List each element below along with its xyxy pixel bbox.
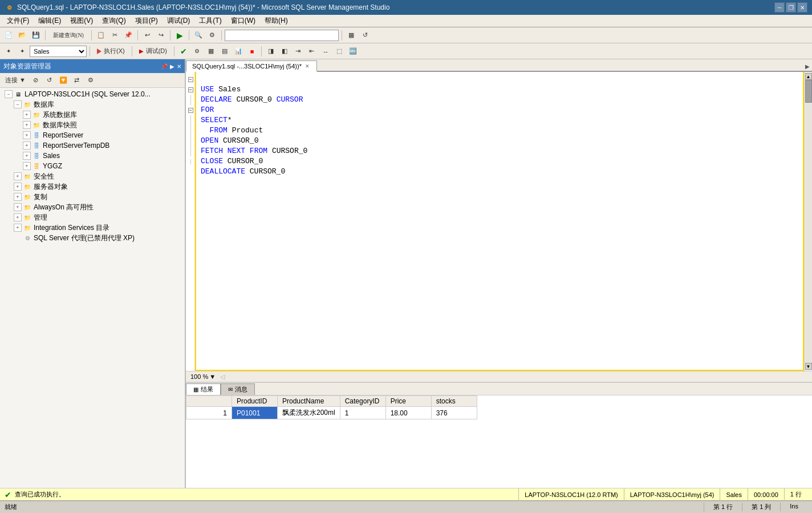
tree-expand-db-snapshots[interactable]: + <box>23 121 31 129</box>
tb2-indent2[interactable]: ⇤ <box>306 45 318 58</box>
cell-categoryid-1[interactable]: 1 <box>340 407 385 419</box>
code-content[interactable]: USE Sales DECLARE CURSOR_0 CURSOR FOR SE… <box>195 72 804 371</box>
oe-sync-icon[interactable]: ⇄ <box>71 74 83 87</box>
menu-file[interactable]: 文件(F) <box>2 15 34 27</box>
tb2-grid1[interactable]: ▦ <box>205 45 217 58</box>
cell-productid-1[interactable]: P01001 <box>232 407 278 419</box>
cell-price-1[interactable]: 18.00 <box>385 407 431 419</box>
oe-disconnect-icon[interactable]: ⊘ <box>30 74 42 87</box>
scroll-up-arrow[interactable]: ▲ <box>805 73 812 80</box>
tree-item-integration[interactable]: + 📁 Integration Services 目录 <box>0 223 185 233</box>
tree-expand-yggz[interactable]: + <box>23 162 31 170</box>
tree-item-sales[interactable]: + 🗄 Sales <box>0 151 185 161</box>
tree-item-alwayson[interactable]: + 📁 AlwaysOn 高可用性 <box>0 202 185 212</box>
settings-icon[interactable]: ⚙ <box>206 29 218 42</box>
tree-item-yggz[interactable]: + 🗄 YGGZ <box>0 161 185 171</box>
tree-item-databases[interactable]: − 📁 数据库 <box>0 99 185 110</box>
menu-project[interactable]: 项目(P) <box>131 15 163 27</box>
oe-pin-icon[interactable]: 📌 <box>161 63 168 70</box>
tree-expand-server[interactable]: − <box>5 90 13 98</box>
execute-button[interactable]: 执行(X) <box>93 45 129 58</box>
oe-expand-icon[interactable]: ▶ <box>170 63 174 70</box>
scroll-down-arrow[interactable]: ▼ <box>805 363 812 370</box>
tree-expand-replication[interactable]: + <box>14 193 22 201</box>
tab-close-button[interactable]: ✕ <box>304 63 311 69</box>
tree-expand-management[interactable]: + <box>14 213 22 221</box>
tree-expand-reportserver[interactable]: + <box>23 131 31 139</box>
tb2-btn2[interactable]: ✦ <box>16 45 29 58</box>
tree-item-db-snapshots[interactable]: + 📁 数据库快照 <box>0 120 185 130</box>
tb2-parse[interactable]: ⚙ <box>191 45 204 58</box>
results-tab-grid[interactable]: ▦ 结果 <box>186 383 221 395</box>
menu-help[interactable]: 帮助(H) <box>260 15 293 27</box>
marker-4[interactable]: − <box>186 105 195 115</box>
tree-expand-sales[interactable]: + <box>23 152 31 160</box>
results-tab-messages[interactable]: ✉ 消息 <box>221 383 255 395</box>
tree-expand-system-dbs[interactable]: + <box>23 111 31 119</box>
tree-expand-databases[interactable]: − <box>14 100 22 108</box>
zoom-in-icon[interactable]: ▶ <box>173 29 186 42</box>
marker-2[interactable]: − <box>186 84 195 95</box>
tree-item-replication[interactable]: + 📁 复制 <box>0 192 185 202</box>
tb2-btn1[interactable]: ✦ <box>2 45 15 58</box>
tab-scroll-right[interactable]: ▶ <box>803 62 812 71</box>
tb2-align2[interactable]: ◧ <box>278 45 291 58</box>
tree-item-sql-agent[interactable]: ⚙ SQL Server 代理(已禁用代理 XP) <box>0 233 185 243</box>
paste-icon[interactable]: 📌 <box>122 29 135 42</box>
tree-expand-reportservertempdb[interactable]: + <box>23 142 31 150</box>
tb2-grid3[interactable]: 📊 <box>232 45 245 58</box>
undo-icon[interactable]: ↩ <box>141 29 153 42</box>
tb2-align-left[interactable]: ◨ <box>265 45 277 58</box>
tb2-uncomment[interactable]: ⬚ <box>333 45 346 58</box>
database-selector[interactable]: Sales <box>30 46 87 57</box>
tree-item-security[interactable]: + 📁 安全性 <box>0 171 185 181</box>
filter-icon[interactable]: 🔍 <box>192 29 205 42</box>
search-input[interactable] <box>225 30 339 41</box>
oe-filter-icon[interactable]: 🔽 <box>57 74 70 87</box>
oe-connect-button[interactable]: 连接 ▼ <box>2 74 29 87</box>
col-productid[interactable]: ProductID <box>232 396 278 407</box>
tree-item-reportservertempdb[interactable]: + 🗄 ReportServerTempDB <box>0 140 185 151</box>
tree-item-server-objects[interactable]: + 📁 服务器对象 <box>0 181 185 192</box>
tree-item-server[interactable]: − 🖥 LAPTOP-N3SLOC1H (SQL Server 12.0... <box>0 89 185 99</box>
tree-expand-integration[interactable]: + <box>14 224 22 232</box>
menu-tools[interactable]: 工具(T) <box>194 15 226 27</box>
col-price[interactable]: Price <box>385 396 431 407</box>
debug-button[interactable]: ▶ 调试(D) <box>135 45 171 58</box>
tree-expand-security[interactable]: + <box>14 172 22 180</box>
menu-view[interactable]: 视图(V) <box>66 15 98 27</box>
oe-settings-icon[interactable]: ⚙ <box>84 74 97 87</box>
menu-edit[interactable]: 编辑(E) <box>34 15 66 27</box>
tb2-checkmark[interactable]: ✔ <box>177 45 190 58</box>
tb2-grid2[interactable]: ▤ <box>218 45 231 58</box>
cut-icon[interactable]: ✂ <box>108 29 121 42</box>
scroll-thumb[interactable] <box>805 80 812 103</box>
tb2-results-pane[interactable]: 🔤 <box>347 45 359 58</box>
tb2-indent1[interactable]: ⇥ <box>292 45 304 58</box>
tb2-cancel[interactable]: ■ <box>246 45 258 58</box>
query-tab[interactable]: SQLQuery1.sql -...3SLOC1H\myj (54))* ✕ <box>186 60 317 72</box>
refresh-icon[interactable]: ↺ <box>359 29 371 42</box>
tree-item-management[interactable]: + 📁 管理 <box>0 212 185 223</box>
save-icon[interactable]: 💾 <box>30 29 42 42</box>
cell-productname-1[interactable]: 飘柔洗发水200ml <box>278 407 340 419</box>
new-query-btn[interactable]: 新建查询(N) <box>48 29 88 42</box>
grid-icon[interactable]: ▦ <box>345 29 358 42</box>
minimize-button[interactable]: ─ <box>774 2 785 13</box>
tree-expand-server-objects[interactable]: + <box>14 183 22 191</box>
restore-button[interactable]: ❐ <box>786 2 796 13</box>
copy-icon[interactable]: 📋 <box>95 29 107 42</box>
tree-expand-alwayson[interactable]: + <box>14 203 22 211</box>
redo-icon[interactable]: ↪ <box>155 29 167 42</box>
col-stocks[interactable]: stocks <box>431 396 477 407</box>
tree-item-system-dbs[interactable]: + 📁 系统数据库 <box>0 110 185 120</box>
oe-refresh-icon[interactable]: ↺ <box>43 74 56 87</box>
cell-stocks-1[interactable]: 376 <box>431 407 477 419</box>
zoom-dropdown[interactable]: ▼ <box>209 373 216 380</box>
tb2-comment[interactable]: -- <box>319 45 332 58</box>
close-button[interactable]: ✕ <box>797 2 807 13</box>
editor-scrollbar[interactable]: ▲ ▼ <box>804 72 812 371</box>
col-productname[interactable]: ProductName <box>278 396 340 407</box>
oe-close-icon[interactable]: ✕ <box>177 63 181 70</box>
menu-window[interactable]: 窗口(W) <box>226 15 260 27</box>
